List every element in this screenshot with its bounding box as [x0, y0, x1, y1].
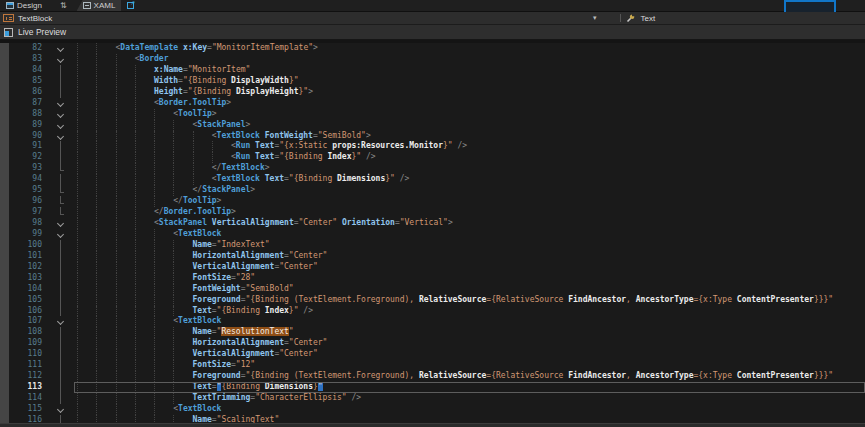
breakpoint-margin[interactable] — [0, 349, 9, 360]
code-line-108[interactable]: 108Name="ResolutionText" — [0, 327, 865, 338]
code-line-90[interactable]: 90<TextBlock FontWeight="SemiBold"> — [0, 131, 865, 142]
breakpoint-margin[interactable] — [0, 43, 9, 54]
code-line-97[interactable]: 97</Border.ToolTip> — [0, 207, 865, 218]
breakpoint-margin[interactable] — [0, 393, 9, 404]
tab-design-label: Design — [17, 1, 42, 10]
line-number: 84 — [9, 65, 48, 76]
code-line-92[interactable]: 92<Run Text="{Binding Index}" /> — [0, 152, 865, 163]
line-number: 112 — [9, 371, 48, 382]
xaml-code-editor[interactable]: 82<DataTemplate x:Key="MonitorItemTempla… — [0, 43, 865, 426]
breakpoint-margin[interactable] — [0, 163, 9, 174]
code-line-113[interactable]: 113Text="{Binding Dimensions}" — [0, 382, 865, 393]
breakpoint-margin[interactable] — [0, 185, 9, 196]
fold-collapse-chevron-icon[interactable] — [48, 109, 74, 120]
breakpoint-margin[interactable] — [0, 284, 9, 295]
code-line-96[interactable]: 96</ToolTip> — [0, 196, 865, 207]
chevron-down-icon[interactable]: ▾ — [593, 14, 597, 22]
code-text: Width="{Binding DisplayWidth}" — [74, 76, 865, 87]
fold-collapse-chevron-icon[interactable] — [48, 43, 74, 54]
breadcrumb-property[interactable]: Text — [641, 14, 656, 23]
code-line-104[interactable]: 104FontWeight="SemiBold" — [0, 284, 865, 295]
tab-design[interactable]: Design — [0, 0, 48, 11]
breakpoint-margin[interactable] — [0, 196, 9, 207]
breakpoint-margin[interactable] — [0, 371, 9, 382]
breakpoint-margin[interactable] — [0, 338, 9, 349]
code-line-111[interactable]: 111FontSize="12" — [0, 360, 865, 371]
breakpoint-margin[interactable] — [0, 229, 9, 240]
line-number: 96 — [9, 196, 48, 207]
breakpoint-margin[interactable] — [0, 262, 9, 273]
fold-guide — [48, 393, 74, 404]
breakpoint-margin[interactable] — [0, 76, 9, 87]
code-text: <TextBlock — [74, 404, 865, 415]
code-line-94[interactable]: 94<TextBlock Text="{Binding Dimensions}"… — [0, 174, 865, 185]
fold-collapse-chevron-icon[interactable] — [48, 120, 74, 131]
code-line-101[interactable]: 101HorizontalAlignment="Center" — [0, 251, 865, 262]
breakpoint-margin[interactable] — [0, 174, 9, 185]
breakpoint-margin[interactable] — [0, 98, 9, 109]
code-line-110[interactable]: 110VerticalAlignment="Center" — [0, 349, 865, 360]
code-line-89[interactable]: 89<StackPanel> — [0, 120, 865, 131]
code-line-87[interactable]: 87<Border.ToolTip> — [0, 98, 865, 109]
fold-collapse-chevron-icon[interactable] — [48, 316, 74, 327]
breakpoint-margin[interactable] — [0, 251, 9, 262]
breakpoint-margin[interactable] — [0, 218, 9, 229]
code-line-88[interactable]: 88<ToolTip> — [0, 109, 865, 120]
breakpoint-margin[interactable] — [0, 120, 9, 131]
code-line-106[interactable]: 106Text="{Binding Index}" /> — [0, 306, 865, 317]
tab-xaml[interactable]: XAML — [77, 0, 122, 11]
breakpoint-margin[interactable] — [0, 65, 9, 76]
breakpoint-margin[interactable] — [0, 141, 9, 152]
breakpoint-margin[interactable] — [0, 54, 9, 65]
breadcrumb-element[interactable]: TextBlock — [18, 14, 52, 23]
fold-guide — [48, 327, 74, 338]
line-number: 109 — [9, 338, 48, 349]
breakpoint-margin[interactable] — [0, 404, 9, 415]
breakpoint-margin[interactable] — [0, 240, 9, 251]
code-line-107[interactable]: 107<TextBlock — [0, 316, 865, 327]
breakpoint-margin[interactable] — [0, 273, 9, 284]
code-line-112[interactable]: 112Foreground="{Binding (TextElement.For… — [0, 371, 865, 382]
fold-collapse-chevron-icon[interactable] — [48, 218, 74, 229]
code-line-114[interactable]: 114TextTrimming="CharacterEllipsis" /> — [0, 393, 865, 404]
breakpoint-margin[interactable] — [0, 109, 9, 120]
fold-collapse-chevron-icon[interactable] — [48, 54, 74, 65]
popout-window-icon[interactable] — [127, 2, 134, 9]
swap-panes-icon[interactable]: ⇅ — [60, 1, 67, 10]
breakpoint-margin[interactable] — [0, 360, 9, 371]
fold-collapse-chevron-icon[interactable] — [48, 131, 74, 142]
breakpoint-margin[interactable] — [0, 207, 9, 218]
code-line-93[interactable]: 93</TextBlock> — [0, 163, 865, 174]
live-preview-bar[interactable]: Live Preview — [0, 25, 865, 40]
code-line-95[interactable]: 95</StackPanel> — [0, 185, 865, 196]
code-line-115[interactable]: 115<TextBlock — [0, 404, 865, 415]
fold-collapse-chevron-icon[interactable] — [48, 404, 74, 415]
breakpoint-margin[interactable] — [0, 87, 9, 98]
code-line-109[interactable]: 109HorizontalAlignment="Center" — [0, 338, 865, 349]
line-number: 98 — [9, 218, 48, 229]
breakpoint-margin[interactable] — [0, 131, 9, 142]
fold-guide — [48, 65, 74, 76]
breakpoint-margin[interactable] — [0, 306, 9, 317]
fold-collapse-chevron-icon[interactable] — [48, 229, 74, 240]
code-line-86[interactable]: 86Height="{Binding DisplayHeight}"> — [0, 87, 865, 98]
breakpoint-margin[interactable] — [0, 152, 9, 163]
code-line-84[interactable]: 84x:Name="MonitorItem" — [0, 65, 865, 76]
code-line-85[interactable]: 85Width="{Binding DisplayWidth}" — [0, 76, 865, 87]
code-line-102[interactable]: 102VerticalAlignment="Center" — [0, 262, 865, 273]
code-line-100[interactable]: 100Name="IndexText" — [0, 240, 865, 251]
line-number: 92 — [9, 152, 48, 163]
code-line-105[interactable]: 105Foreground="{Binding (TextElement.For… — [0, 295, 865, 306]
code-line-82[interactable]: 82<DataTemplate x:Key="MonitorItemTempla… — [0, 43, 865, 54]
breakpoint-margin[interactable] — [0, 382, 9, 393]
code-text: <TextBlock — [74, 316, 865, 327]
breakpoint-margin[interactable] — [0, 327, 9, 338]
code-line-83[interactable]: 83<Border — [0, 54, 865, 65]
code-line-98[interactable]: 98<StackPanel VerticalAlignment="Center"… — [0, 218, 865, 229]
code-line-99[interactable]: 99<TextBlock — [0, 229, 865, 240]
code-line-91[interactable]: 91<Run Text="{x:Static props:Resources.M… — [0, 141, 865, 152]
breakpoint-margin[interactable] — [0, 295, 9, 306]
fold-collapse-chevron-icon[interactable] — [48, 98, 74, 109]
breakpoint-margin[interactable] — [0, 316, 9, 327]
code-line-103[interactable]: 103FontSize="28" — [0, 273, 865, 284]
